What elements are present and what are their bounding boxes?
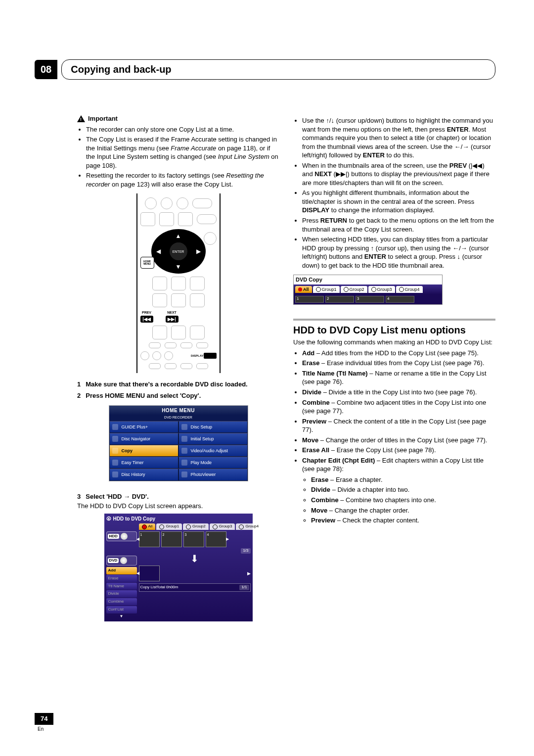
usage-item: As you highlight different thumbnails, i…: [302, 189, 495, 215]
home-menu-item: Disc History: [109, 469, 178, 480]
menu-option-item: Erase All – Erase the Copy List (see pag…: [302, 446, 495, 455]
page-footer: 74 En: [35, 713, 53, 732]
home-menu-button: HOME MENU: [140, 257, 154, 269]
dvd-slot: DVD: [106, 556, 137, 566]
tab-group: Group2: [183, 523, 209, 530]
menu-option-item: Chapter Edit (Chpt Edit) – Edit chapters…: [302, 456, 495, 525]
tab-all: All: [139, 523, 156, 530]
chapter-title: Copying and back-up: [61, 59, 495, 80]
copy-menu-item: Combine: [106, 598, 137, 606]
thumbnail: 2: [161, 531, 182, 547]
thumbnail: 1◀: [139, 531, 160, 547]
hdd-to-dvd-copy-figure: ⦿HDD to DVD Copy All Group1 Group2 Group…: [104, 514, 253, 621]
important-list: The recorder can only store one Copy Lis…: [77, 125, 279, 189]
chapter-header: 08 Copying and back-up: [35, 59, 495, 80]
thumbnail: 1: [295, 296, 324, 303]
display-label: DISPLAY: [191, 354, 203, 358]
return-button: [204, 232, 217, 245]
menu-option-subitem: Erase – Erase a chapter.: [311, 475, 495, 484]
home-menu-item: PhotoViewer: [178, 469, 248, 480]
usage-item: When selecting HDD titles, you can displ…: [302, 235, 495, 270]
up-arrow-icon: ▲: [176, 232, 181, 240]
copy-menu-item: Ttl Name: [106, 583, 137, 590]
home-menu-item: Initial Setup: [178, 433, 248, 445]
copy-total: Total 0h00m: [157, 585, 178, 590]
tab-group: Group1: [313, 286, 340, 293]
language-label: En: [38, 726, 53, 733]
step-3-description: The HDD to DVD Copy List screen appears.: [77, 502, 279, 511]
menu-options-list: Add – Add titles from the HDD to the Cop…: [293, 349, 495, 525]
menu-option-subitem: Divide – Divide a chapter into two.: [311, 485, 495, 494]
home-menu-subtitle: DVD RECORDER: [109, 415, 248, 421]
left-arrow-icon: ◀: [156, 247, 161, 255]
thumbnail: 4▶: [206, 531, 226, 547]
menu-option-subitem: Move – Change the chapter order.: [311, 506, 495, 515]
warning-icon: [77, 115, 85, 122]
menu-option-item: Erase – Erase individual titles from the…: [302, 359, 495, 368]
home-menu-figure: HOME MENU DVD RECORDER GUIDE Plus+ Disc …: [109, 405, 248, 481]
menu-option-item: Move – Change the order of titles in the…: [302, 436, 495, 445]
menu-option-subitem: Preview – Check the chapter content.: [311, 516, 495, 525]
home-menu-item: Disc Navigator: [109, 433, 178, 445]
tab-group: Group4: [236, 523, 262, 530]
home-menu-item: Video/Audio Adjust: [178, 445, 248, 457]
copy-menu-item: Conf List: [106, 606, 137, 614]
copy-list-label: Copy List: [140, 585, 157, 590]
tab-all: All: [295, 286, 312, 293]
step-3: 3Select 'HDD → DVD'.: [77, 492, 279, 501]
remote-control-figure: ▲ ▼ ◀ ▶ ENTER HOME MENU PREV|◀◀ NEXT▶▶|: [136, 193, 221, 373]
home-menu-item-copy: Copy: [109, 445, 178, 457]
important-item: The recorder can only store one Copy Lis…: [86, 125, 279, 134]
menu-option-item: Combine – Combine two adjacent titles in…: [302, 398, 495, 416]
important-label: Important: [88, 114, 118, 123]
prev-button: PREV|◀◀: [140, 310, 153, 322]
tab-group: Group4: [396, 286, 423, 293]
down-arrow-icon: ⬇: [139, 554, 251, 564]
chapter-number-badge: 08: [35, 60, 57, 79]
home-menu-title: HOME MENU: [109, 406, 248, 416]
display-button: [204, 353, 217, 359]
thumbnail: 4: [386, 296, 414, 303]
section-intro: Use the following commands when making a…: [293, 338, 495, 347]
usage-item: When in the thumbnails area of the scree…: [302, 161, 495, 188]
tab-group: Group3: [368, 286, 395, 293]
home-menu-item: Play Mode: [178, 457, 248, 469]
step-2: 2Press HOME MENU and select 'Copy'.: [77, 391, 279, 400]
menu-option-item: Title Name (Ttl Name) – Name or rename a…: [302, 369, 495, 386]
tab-group: Group2: [341, 286, 367, 293]
dvd-copy-tabs-figure: DVD Copy All Group1 Group2 Group3 Group4…: [293, 275, 443, 305]
dvd-copy-label: DVD Copy: [294, 275, 442, 284]
section-heading: HDD to DVD Copy List menu options: [293, 319, 495, 337]
menu-option-item: Divide – Divide a title in the Copy List…: [302, 388, 495, 397]
tab-group: Group3: [210, 523, 235, 530]
left-column: Important The recorder can only store on…: [35, 114, 279, 626]
important-heading: Important: [77, 114, 279, 123]
down-arrow-icon: ▼: [176, 263, 181, 271]
right-column: Use the ↑/↓ (cursor up/down) buttons to …: [293, 114, 495, 626]
home-menu-item: GUIDE Plus+: [109, 421, 178, 433]
right-arrow-icon: ▶: [196, 247, 201, 255]
hdd-slot: HDD: [106, 531, 137, 541]
menu-option-subitem: Combine – Combine two chapters into one.: [311, 496, 495, 505]
important-item: The Copy List is erased if the Frame Acc…: [86, 135, 279, 170]
direction-pad: ▲ ▼ ◀ ▶ ENTER HOME MENU: [151, 229, 206, 274]
copy-menu-item: Divide: [106, 590, 137, 598]
menu-option-item: Preview – Check the content of a title i…: [302, 417, 495, 434]
thumbnail: 3: [183, 531, 204, 547]
home-menu-item: Easy Timer: [109, 457, 178, 469]
copy-menu-item: Erase: [106, 575, 137, 582]
page-number: 74: [35, 713, 53, 725]
copy-list-page: 1/1: [239, 585, 249, 590]
menu-option-item: Add – Add titles from the HDD to the Cop…: [302, 349, 495, 358]
thumb-page-counter: 1/3: [241, 548, 250, 554]
enter-button: ENTER: [170, 242, 187, 260]
step-1: 1Make sure that there's a recordable DVD…: [77, 380, 279, 389]
thumbnail: 2: [325, 296, 354, 303]
home-menu-item: Disc Setup: [178, 421, 248, 433]
thumbnail-empty: ◀: [139, 566, 160, 581]
thumbnail: 3: [356, 296, 384, 303]
usage-item: Press RETURN to get back to the menu opt…: [302, 216, 495, 234]
usage-item: Use the ↑/↓ (cursor up/down) buttons to …: [302, 116, 495, 160]
next-button: NEXT▶▶|: [166, 310, 178, 322]
copy-menu-add: Add: [106, 567, 137, 574]
